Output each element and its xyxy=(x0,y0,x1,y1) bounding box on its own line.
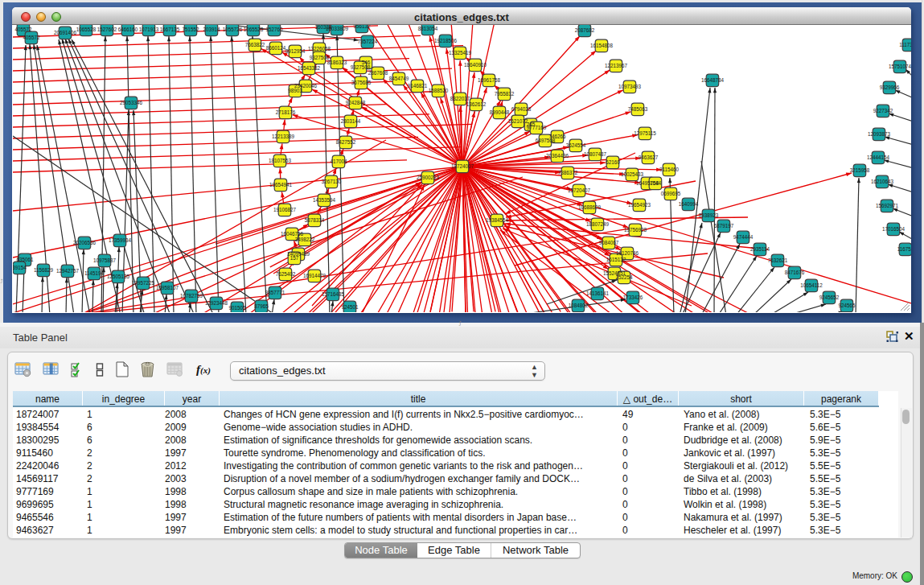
svg-text:16648784: 16648784 xyxy=(701,77,725,83)
svg-text:10975887: 10975887 xyxy=(93,257,117,263)
svg-text:8322037: 8322037 xyxy=(450,96,470,101)
svg-text:17016504: 17016504 xyxy=(882,226,906,232)
svg-text:1588520: 1588520 xyxy=(429,88,449,93)
svg-text:16782759: 16782759 xyxy=(180,293,203,299)
svg-text:405572: 405572 xyxy=(14,27,32,32)
svg-text:9857771: 9857771 xyxy=(265,290,285,295)
svg-text:16154808: 16154808 xyxy=(590,43,614,48)
svg-text:8813054: 8813054 xyxy=(418,26,438,31)
svg-text:924501: 924501 xyxy=(341,304,359,310)
svg-text:18807249: 18807249 xyxy=(586,221,610,227)
svg-text:1065528: 1065528 xyxy=(244,27,264,32)
svg-text:1362612: 1362612 xyxy=(466,101,487,107)
svg-text:19218506: 19218506 xyxy=(434,38,458,43)
svg-text:9115460: 9115460 xyxy=(659,167,680,172)
svg-text:15692971: 15692971 xyxy=(876,203,899,208)
svg-text:8938923: 8938923 xyxy=(699,212,719,218)
svg-text:751552: 751552 xyxy=(182,27,199,32)
svg-text:18107553: 18107553 xyxy=(269,158,292,163)
svg-text:9463627: 9463627 xyxy=(639,154,659,160)
svg-text:3675685: 3675685 xyxy=(351,80,372,85)
svg-text:10654112: 10654112 xyxy=(800,282,823,288)
svg-text:6794028: 6794028 xyxy=(511,106,532,112)
svg-text:1117364: 1117364 xyxy=(899,42,911,47)
svg-text:9242848: 9242848 xyxy=(346,100,366,105)
svg-text:6497568: 6497568 xyxy=(536,138,556,143)
svg-text:1156829: 1156829 xyxy=(34,267,54,273)
svg-text:7955812: 7955812 xyxy=(495,91,515,97)
svg-text:5878334: 5878334 xyxy=(305,217,325,223)
svg-text:1055726: 1055726 xyxy=(223,27,243,32)
svg-text:9227342: 9227342 xyxy=(873,108,893,113)
svg-text:10958107: 10958107 xyxy=(156,285,179,290)
svg-text:8454749: 8454749 xyxy=(389,76,409,81)
svg-text:956132: 956132 xyxy=(353,25,371,29)
svg-text:19384554: 19384554 xyxy=(486,217,509,223)
svg-text:19756928: 19756928 xyxy=(624,227,647,233)
svg-text:12975115: 12975115 xyxy=(634,130,656,136)
svg-text:18724007: 18724007 xyxy=(451,163,474,169)
svg-text:16120746: 16120746 xyxy=(616,250,639,256)
svg-text:9146821: 9146821 xyxy=(408,83,428,89)
svg-text:2935114: 2935114 xyxy=(750,246,770,252)
svg-text:20364436: 20364436 xyxy=(546,153,569,159)
svg-text:6879197: 6879197 xyxy=(714,223,734,229)
svg-text:1667135: 1667135 xyxy=(160,27,180,32)
svg-text:18640910: 18640910 xyxy=(464,62,487,68)
svg-text:15716485: 15716485 xyxy=(322,291,345,297)
svg-text:6466160: 6466160 xyxy=(118,27,138,32)
svg-text:12942757: 12942757 xyxy=(56,268,80,274)
svg-text:16210643: 16210643 xyxy=(871,179,894,184)
svg-text:12505135: 12505135 xyxy=(107,274,130,279)
svg-text:1084802: 1084802 xyxy=(569,303,589,308)
svg-text:2718176: 2718176 xyxy=(276,109,296,115)
svg-text:10025433: 10025433 xyxy=(621,171,644,177)
svg-text:9327508: 9327508 xyxy=(351,64,371,70)
svg-text:0699695: 0699695 xyxy=(661,191,681,196)
svg-text:62160: 62160 xyxy=(606,159,620,165)
svg-text:405572: 405572 xyxy=(23,35,40,40)
svg-text:17359934: 17359934 xyxy=(109,237,132,243)
svg-text:635061: 635061 xyxy=(16,257,34,262)
svg-text:12093873: 12093873 xyxy=(868,131,891,137)
svg-text:10688609: 10688609 xyxy=(578,204,602,210)
svg-text:19654941: 19654941 xyxy=(269,182,293,187)
svg-text:16033809: 16033809 xyxy=(326,26,349,31)
svg-text:9329966: 9329966 xyxy=(880,84,900,90)
svg-text:10807487: 10807487 xyxy=(584,151,607,157)
svg-text:1733426: 1733426 xyxy=(623,295,643,300)
svg-text:13226058: 13226058 xyxy=(308,46,331,51)
svg-text:1621072: 1621072 xyxy=(508,118,528,124)
svg-text:2867608: 2867608 xyxy=(368,70,388,76)
svg-text:8427552: 8427552 xyxy=(336,139,356,145)
svg-text:12213389: 12213389 xyxy=(272,134,295,139)
svg-text:16961758: 16961758 xyxy=(478,77,501,83)
svg-text:12444154: 12444154 xyxy=(867,154,890,160)
svg-text:3498222: 3498222 xyxy=(295,237,315,242)
svg-text:7357224: 7357224 xyxy=(358,39,378,44)
svg-text:7386372: 7386372 xyxy=(558,170,578,175)
svg-text:15751074: 15751074 xyxy=(889,64,911,69)
svg-text:20691406: 20691406 xyxy=(54,30,77,35)
svg-text:152760: 152760 xyxy=(265,27,283,32)
svg-text:14136141: 14136141 xyxy=(586,290,610,296)
svg-text:8471676: 8471676 xyxy=(785,270,805,275)
svg-text:25900213: 25900213 xyxy=(417,175,440,180)
svg-text:1644: 1644 xyxy=(650,180,662,186)
svg-text:12923448: 12923448 xyxy=(205,300,228,306)
svg-text:7632621: 7632621 xyxy=(768,257,788,263)
svg-text:203914: 203914 xyxy=(203,27,220,32)
svg-text:12213967: 12213967 xyxy=(605,63,628,68)
svg-text:10973493: 10973493 xyxy=(618,84,642,89)
svg-text:2803144: 2803144 xyxy=(341,118,361,124)
svg-text:1615132: 1615132 xyxy=(606,257,626,262)
svg-text:1640994: 1640994 xyxy=(679,201,699,207)
svg-text:1065528: 1065528 xyxy=(76,27,97,32)
svg-text:157: 157 xyxy=(290,255,299,261)
svg-text:924565: 924565 xyxy=(838,303,856,308)
svg-text:9245652: 9245652 xyxy=(819,295,840,300)
svg-text:9777169: 9777169 xyxy=(527,125,547,130)
svg-text:13325419: 13325419 xyxy=(449,50,472,56)
svg-text:3624554: 3624554 xyxy=(566,142,586,148)
svg-text:901505: 901505 xyxy=(228,305,246,311)
